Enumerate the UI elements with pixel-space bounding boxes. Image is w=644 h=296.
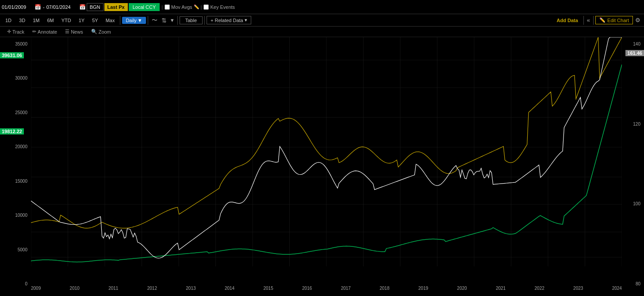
divider-table bbox=[204, 16, 205, 25]
x-axis: 2009 2010 2011 2012 2013 2014 2015 2016 … bbox=[31, 286, 622, 291]
top-bar: 📅 - 📅 BGN Last Px Local CCY | Mov Avgs ✏… bbox=[0, 0, 644, 14]
price-label-39631: 39631.06 bbox=[0, 52, 24, 58]
sub-toolbar: ✛ Track ✏ Annotate ☰ News 🔍 Zoom bbox=[0, 27, 644, 37]
edit-chart-button[interactable]: ✏️ Edit Chart bbox=[595, 16, 633, 24]
y-axis-left: 35000 30000 25000 20000 15000 10000 5000… bbox=[0, 37, 31, 291]
track-button[interactable]: ✛ Track bbox=[4, 28, 28, 35]
y-axis-right: 140 120 100 80 bbox=[622, 37, 644, 291]
period-6m-button[interactable]: 6M bbox=[43, 17, 57, 24]
edit-chart-label: Edit Chart bbox=[607, 18, 629, 23]
chart-area: 35000 30000 25000 20000 15000 10000 5000… bbox=[0, 37, 644, 291]
y-label-10000: 10000 bbox=[2, 213, 29, 218]
price-type-badge[interactable]: Last Px bbox=[104, 3, 128, 11]
divider-freq bbox=[148, 16, 148, 25]
y-label-30000: 30000 bbox=[2, 76, 29, 81]
y-label-35000: 35000 bbox=[2, 42, 29, 46]
y-right-80: 80 bbox=[624, 281, 642, 286]
y-right-120: 120 bbox=[624, 122, 642, 127]
calendar-icon-end[interactable]: 📅 bbox=[79, 4, 86, 10]
daily-label: Daily bbox=[126, 18, 136, 23]
price-label-161: 161.46 bbox=[625, 50, 644, 56]
y-label-20000: 20000 bbox=[2, 144, 29, 149]
calendar-icon-start[interactable]: 📅 bbox=[34, 4, 41, 10]
pencil-icon-edit: ✏️ bbox=[599, 17, 606, 23]
y-label-25000: 25000 bbox=[2, 110, 29, 115]
y-label-5000: 5000 bbox=[2, 247, 29, 252]
key-events-checkbox[interactable]: Key Events bbox=[203, 4, 235, 10]
chart-type-dropdown[interactable]: ▾ bbox=[169, 16, 176, 24]
x-label-2014: 2014 bbox=[225, 286, 234, 291]
x-label-2012: 2012 bbox=[147, 286, 157, 291]
news-button[interactable]: ☰ News bbox=[61, 28, 87, 35]
dropdown-arrow: ▼ bbox=[138, 18, 142, 23]
bar-chart-icon[interactable]: ⇅ bbox=[160, 16, 169, 25]
zoom-label: Zoom bbox=[99, 29, 111, 35]
y-right-100: 100 bbox=[624, 201, 642, 206]
x-label-2016: 2016 bbox=[302, 286, 312, 291]
period-5y-button[interactable]: 5Y bbox=[88, 17, 101, 24]
x-label-2009: 2009 bbox=[31, 286, 41, 291]
x-label-2024: 2024 bbox=[612, 286, 622, 291]
collapse-button[interactable]: « bbox=[586, 16, 591, 24]
x-label-2015: 2015 bbox=[263, 286, 273, 291]
zoom-icon: 🔍 bbox=[91, 29, 97, 35]
divider-add bbox=[583, 16, 584, 25]
track-icon: ✛ bbox=[7, 29, 11, 35]
news-label: News bbox=[71, 29, 83, 35]
related-data-arrow: ▾ bbox=[245, 17, 247, 23]
divider-chart bbox=[177, 16, 178, 25]
pencil-icon: ✏️ bbox=[194, 4, 199, 9]
x-label-2023: 2023 bbox=[573, 286, 583, 291]
x-label-2018: 2018 bbox=[380, 286, 389, 291]
x-label-2019: 2019 bbox=[418, 286, 428, 291]
table-button[interactable]: Table bbox=[180, 16, 203, 24]
period-1d-button[interactable]: 1D bbox=[2, 17, 15, 24]
period-ytd-button[interactable]: YTD bbox=[58, 17, 75, 24]
period-max-button[interactable]: Max bbox=[102, 17, 119, 24]
period-3d-button[interactable]: 3D bbox=[15, 17, 29, 24]
price-label-19812: 19812.22 bbox=[0, 128, 24, 135]
x-label-2021: 2021 bbox=[496, 286, 506, 291]
period-1m-button[interactable]: 1M bbox=[29, 17, 43, 24]
track-label: Track bbox=[12, 29, 24, 35]
divider-periods bbox=[120, 16, 120, 25]
line-chart-icon[interactable]: 〜 bbox=[150, 15, 159, 25]
divider2: | bbox=[200, 4, 203, 10]
y-label-15000: 15000 bbox=[2, 179, 29, 184]
key-events-input[interactable] bbox=[203, 4, 209, 10]
mov-avgs-input[interactable] bbox=[165, 4, 170, 10]
annotate-icon: ✏ bbox=[32, 29, 36, 35]
frequency-daily-button[interactable]: Daily ▼ bbox=[122, 17, 146, 24]
zoom-button[interactable]: 🔍 Zoom bbox=[88, 28, 115, 35]
x-label-2022: 2022 bbox=[535, 286, 544, 291]
x-label-2011: 2011 bbox=[108, 286, 118, 291]
y-label-0: 0 bbox=[2, 281, 29, 286]
related-data-button[interactable]: + Related Data ▾ bbox=[207, 16, 251, 24]
y-right-140: 140 bbox=[624, 42, 642, 46]
mov-avgs-label: Mov Avgs bbox=[171, 4, 192, 10]
annotate-label: Annotate bbox=[38, 29, 57, 35]
divider-edit bbox=[593, 16, 594, 25]
date-separator: - bbox=[42, 4, 46, 10]
key-events-label: Key Events bbox=[210, 4, 235, 10]
currency-badge[interactable]: Local CCY bbox=[129, 3, 160, 11]
x-label-2020: 2020 bbox=[457, 286, 467, 291]
related-data-label: + Related Data bbox=[211, 18, 243, 23]
main-toolbar: 1D 3D 1M 6M YTD 1Y 5Y Max Daily ▼ 〜 ⇅ ▾ … bbox=[0, 14, 644, 27]
x-label-2013: 2013 bbox=[186, 286, 196, 291]
add-data-button[interactable]: Add Data bbox=[553, 17, 582, 24]
source-badge[interactable]: BGN bbox=[87, 3, 104, 11]
x-label-2010: 2010 bbox=[70, 286, 80, 291]
date-end-input[interactable] bbox=[46, 4, 78, 10]
chart-canvas bbox=[31, 37, 622, 275]
period-1y-button[interactable]: 1Y bbox=[75, 17, 88, 24]
settings-icon[interactable]: ⚙ bbox=[633, 16, 642, 24]
divider1: | bbox=[161, 4, 164, 10]
date-start-input[interactable] bbox=[2, 4, 34, 10]
annotate-button[interactable]: ✏ Annotate bbox=[29, 28, 61, 35]
mov-avgs-checkbox[interactable]: Mov Avgs ✏️ bbox=[165, 4, 199, 10]
x-label-2017: 2017 bbox=[341, 286, 351, 291]
news-icon: ☰ bbox=[65, 29, 69, 35]
